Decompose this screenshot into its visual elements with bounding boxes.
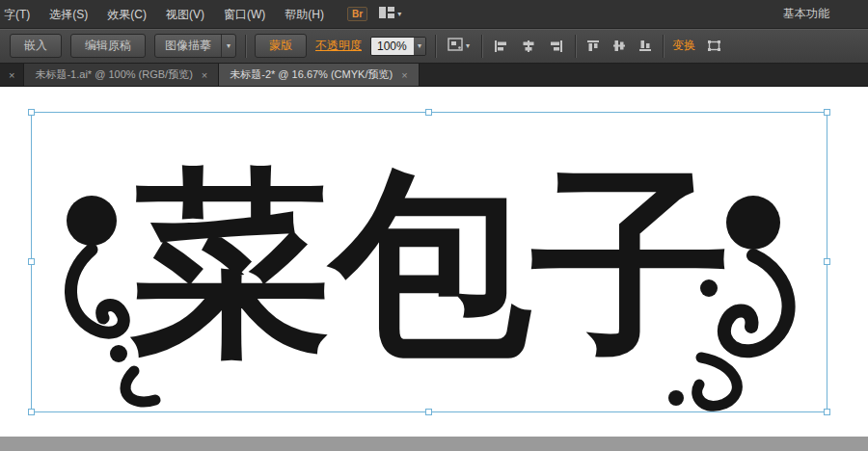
chevron-down-icon: ▾ — [397, 11, 401, 18]
flourish-dot — [726, 196, 780, 250]
flourish-dot — [110, 345, 127, 362]
artwork-text: 菜包子 — [129, 147, 732, 381]
free-transform-icon[interactable] — [704, 38, 724, 54]
separator — [481, 35, 482, 58]
opacity-dropdown[interactable]: ▾ — [414, 38, 425, 55]
chevron-down-icon: ▾ — [227, 42, 231, 50]
clipped-tab-close-icon[interactable]: × — [0, 64, 24, 86]
flourish-dot — [668, 390, 684, 406]
arrange-documents-icon — [379, 7, 394, 21]
flourish-swirl — [724, 255, 789, 351]
document-tab-bar: × 未标题-1.ai* @ 100% (RGB/预览) × 未标题-2* @ 1… — [0, 64, 868, 87]
flourish-dot — [67, 196, 117, 246]
align-horizontal-left-button[interactable] — [491, 39, 510, 54]
align-vertical-center-button[interactable] — [610, 38, 628, 54]
selection-handle-top-right[interactable] — [824, 109, 830, 116]
selection-handle-middle-right[interactable] — [824, 258, 830, 265]
tab-label: 未标题-2* @ 16.67% (CMYK/预览) — [230, 67, 393, 82]
close-icon[interactable]: × — [401, 69, 407, 81]
close-icon[interactable]: × — [202, 69, 207, 81]
selection-handle-bottom-center[interactable] — [425, 409, 432, 415]
separator — [245, 35, 246, 58]
selection-bounding-box: 菜包子 — [31, 112, 827, 412]
align-horizontal-right-button[interactable] — [547, 39, 566, 54]
selection-handle-top-left[interactable] — [28, 109, 35, 116]
selection-handle-bottom-left[interactable] — [28, 409, 35, 415]
chevron-down-icon: ▾ — [466, 42, 470, 50]
separator — [575, 35, 576, 58]
separator — [435, 35, 436, 58]
flourish-swirl — [70, 250, 123, 332]
menu-window[interactable]: 窗口(W) — [214, 0, 275, 29]
control-bar: 嵌入 编辑原稿 图像描摹 ▾ 蒙版 不透明度 100% ▾ ▾ — [0, 29, 868, 64]
align-to-selector[interactable]: ▾ — [445, 36, 473, 56]
menu-type[interactable]: 字(T) — [0, 0, 40, 29]
tab-label: 未标题-1.ai* @ 100% (RGB/预览) — [35, 67, 192, 82]
align-horizontal-center-button[interactable] — [519, 39, 538, 54]
menu-view[interactable]: 视图(V) — [156, 0, 214, 29]
canvas-area[interactable]: 菜包子 — [0, 87, 868, 451]
menu-select[interactable]: 选择(S) — [40, 0, 97, 29]
chevron-down-icon: ▾ — [418, 42, 421, 50]
menu-help[interactable]: 帮助(H) — [275, 0, 334, 29]
artwork-logotype[interactable]: 菜包子 — [32, 113, 828, 413]
opacity-link[interactable]: 不透明度 — [315, 38, 362, 54]
align-vertical-bottom-button[interactable] — [637, 38, 654, 54]
mask-button[interactable]: 蒙版 — [255, 34, 307, 58]
tab-untitled-2[interactable]: 未标题-2* @ 16.67% (CMYK/预览) × — [219, 64, 419, 86]
image-trace-button[interactable]: 图像描摹 ▾ — [154, 34, 236, 58]
transform-link[interactable]: 变换 — [672, 38, 695, 54]
opacity-field[interactable]: 100% ▾ — [370, 37, 426, 56]
menu-bar: 字(T) 选择(S) 效果(C) 视图(V) 窗口(W) 帮助(H) Br ▾ … — [0, 0, 868, 29]
flourish-dot — [700, 279, 718, 297]
align-to-icon — [448, 38, 463, 54]
selection-handle-top-center[interactable] — [425, 109, 432, 116]
selection-handle-middle-left[interactable] — [28, 258, 35, 265]
workspace-switcher[interactable]: 基本功能 — [783, 6, 862, 22]
embed-button[interactable]: 嵌入 — [10, 34, 62, 58]
image-trace-label: 图像描摹 — [155, 35, 221, 57]
tab-untitled-1[interactable]: 未标题-1.ai* @ 100% (RGB/预览) × — [24, 64, 219, 86]
bridge-icon[interactable]: Br — [347, 7, 367, 21]
edit-original-button[interactable]: 编辑原稿 — [70, 34, 146, 58]
image-trace-dropdown[interactable]: ▾ — [221, 35, 235, 57]
separator — [663, 35, 664, 58]
selection-handle-bottom-right[interactable] — [824, 409, 830, 415]
align-vertical-top-button[interactable] — [584, 38, 602, 54]
arrange-documents-button[interactable]: ▾ — [379, 7, 401, 21]
opacity-value[interactable]: 100% — [371, 38, 414, 55]
menu-effect[interactable]: 效果(C) — [97, 0, 156, 29]
